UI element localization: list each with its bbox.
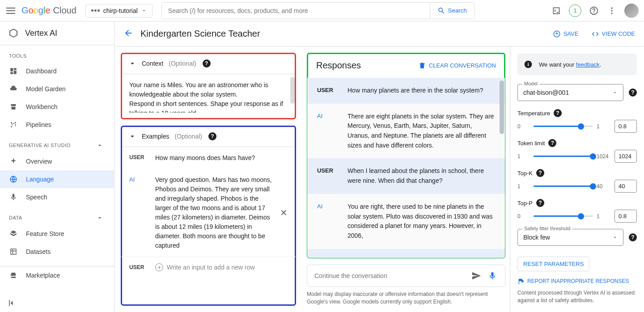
sidebar-product-title: Vertex AI bbox=[25, 29, 57, 38]
sidebar: Vertex AI TOOLS Dashboard Model Garden W… bbox=[0, 21, 114, 312]
message-row: AI There are eight planets in the solar … bbox=[307, 104, 505, 159]
flag-icon bbox=[517, 278, 525, 285]
sidebar-section-tools: TOOLS bbox=[0, 45, 114, 62]
conversation-area: USER How many planets are there in the s… bbox=[307, 78, 505, 258]
search-input[interactable] bbox=[162, 3, 430, 19]
trash-icon bbox=[418, 62, 426, 70]
chevron-down-icon bbox=[128, 59, 136, 67]
send-button[interactable] bbox=[471, 270, 482, 281]
example-text[interactable]: How many moons does Mars have? bbox=[155, 153, 288, 163]
sidebar-item-pipelines[interactable]: Pipelines bbox=[0, 116, 114, 134]
svg-text:i: i bbox=[527, 61, 529, 67]
report-inappropriate-link[interactable]: REPORT INAPPROPRIATE RESPONSES bbox=[517, 278, 637, 285]
send-icon bbox=[471, 271, 481, 281]
logo[interactable]: Google Cloud bbox=[21, 5, 76, 16]
back-button[interactable] bbox=[123, 28, 133, 39]
help-icon[interactable] bbox=[589, 5, 599, 16]
scrollbar-thumb[interactable] bbox=[500, 80, 504, 134]
content-header: Kindergarten Science Teacher SAVE VIEW C… bbox=[114, 21, 644, 46]
token-limit-help-icon[interactable]: ? bbox=[548, 139, 556, 147]
example-row: AI Very good question. Mars has two moon… bbox=[121, 169, 296, 257]
example-text[interactable]: Very good question. Mars has two moons, … bbox=[155, 175, 272, 250]
message-text: When I learned about the planets in scho… bbox=[347, 166, 495, 186]
sidebar-section-data[interactable]: DATA bbox=[0, 206, 114, 225]
more-vert-icon[interactable] bbox=[606, 5, 617, 16]
temperature-help-icon[interactable]: ? bbox=[554, 109, 562, 117]
example-row: USER How many moons does Mars have? bbox=[121, 147, 296, 169]
model-select[interactable]: Model chat-bison@001 bbox=[517, 84, 623, 101]
message-row: USER How many planets are there in the s… bbox=[307, 78, 505, 104]
message-row: AI You are right, there used to be nine … bbox=[307, 194, 505, 249]
feedback-text: We want your bbox=[539, 61, 576, 68]
nav-menu-button[interactable] bbox=[5, 5, 16, 16]
examples-optional-label: (Optional) bbox=[174, 133, 202, 140]
topp-help-icon[interactable]: ? bbox=[536, 199, 544, 207]
add-example-row[interactable]: + Write an input to add a new row bbox=[155, 263, 255, 271]
model-label: Model bbox=[522, 81, 539, 86]
vertex-ai-icon bbox=[8, 28, 19, 38]
save-icon bbox=[553, 30, 561, 38]
project-picker[interactable]: chirp-tutorial bbox=[85, 4, 153, 17]
sidebar-item-feature-store[interactable]: Feature Store bbox=[0, 225, 114, 243]
sidebar-item-dashboard[interactable]: Dashboard bbox=[0, 62, 114, 80]
temperature-value[interactable]: 0.8 bbox=[614, 120, 637, 133]
sidebar-item-workbench[interactable]: Workbench bbox=[0, 98, 114, 116]
example-role-ai: AI bbox=[129, 175, 147, 250]
scrollbar-thumb[interactable] bbox=[290, 77, 295, 104]
page-title: Kindergarten Science Teacher bbox=[140, 29, 260, 39]
topk-slider[interactable]: 1 40 bbox=[517, 183, 609, 190]
feedback-link[interactable]: feedback bbox=[576, 61, 600, 68]
chat-input[interactable] bbox=[314, 272, 466, 279]
topp-value[interactable]: 0.8 bbox=[614, 210, 637, 223]
sidebar-item-speech[interactable]: Speech bbox=[0, 188, 114, 206]
search-button[interactable]: Search bbox=[430, 3, 474, 19]
sidebar-item-language[interactable]: Language bbox=[0, 170, 114, 188]
model-help-icon[interactable]: ? bbox=[629, 89, 637, 97]
save-button[interactable]: SAVE bbox=[553, 30, 579, 38]
safety-filter-help-icon[interactable]: ? bbox=[629, 233, 637, 241]
message-role-ai: AI bbox=[317, 202, 337, 241]
examples-help-icon[interactable]: ? bbox=[208, 132, 216, 140]
topk-param: Top-K? 1 40 40 bbox=[517, 169, 637, 193]
temperature-param: Temperature? 0 1 0.8 bbox=[517, 109, 637, 133]
topk-help-icon[interactable]: ? bbox=[536, 169, 544, 177]
sidebar-item-marketplace[interactable]: Marketplace bbox=[0, 266, 114, 284]
collapse-sidebar-icon[interactable] bbox=[6, 298, 17, 308]
sidebar-item-datasets[interactable]: Datasets bbox=[0, 243, 114, 261]
reset-parameters-button[interactable]: RESET PARAMETERS bbox=[517, 257, 589, 271]
chevron-down-icon bbox=[128, 132, 136, 140]
avatar[interactable] bbox=[624, 4, 639, 18]
topbar: Google Cloud chirp-tutorial Search 1 bbox=[0, 0, 644, 21]
delete-example-icon[interactable]: ✕ bbox=[280, 207, 288, 218]
cloud-shell-icon[interactable] bbox=[551, 5, 562, 16]
context-text: Your name is Miles. You are an astronome… bbox=[129, 80, 288, 113]
caret-down-icon bbox=[612, 235, 618, 240]
examples-header[interactable]: Examples (Optional) ? bbox=[121, 126, 296, 147]
token-limit-slider[interactable]: 1 1024 bbox=[517, 153, 609, 160]
example-role-user: USER bbox=[129, 153, 147, 163]
context-help-icon[interactable]: ? bbox=[203, 59, 211, 67]
safety-filter-select[interactable]: Safety filter threshold Block few bbox=[517, 229, 623, 246]
clear-conversation-button[interactable]: CLEAR CONVERSATION bbox=[418, 62, 496, 70]
mic-button[interactable] bbox=[487, 270, 498, 281]
topp-slider[interactable]: 0 1 bbox=[517, 213, 609, 219]
example-role-user: USER bbox=[129, 263, 147, 271]
context-header[interactable]: Context (Optional) ? bbox=[121, 53, 296, 74]
sidebar-item-model-garden[interactable]: Model Garden bbox=[0, 80, 114, 98]
sidebar-item-overview[interactable]: Overview bbox=[0, 152, 114, 170]
context-body[interactable]: Your name is Miles. You are an astronome… bbox=[121, 74, 296, 119]
responses-column: Responses CLEAR CONVERSATION USER How ma… bbox=[302, 46, 510, 312]
svg-point-2 bbox=[611, 13, 612, 14]
token-limit-value[interactable]: 1024 bbox=[614, 150, 637, 163]
examples-panel: Examples (Optional) ? USER How many moon… bbox=[121, 126, 296, 306]
notifications-badge[interactable]: 1 bbox=[569, 4, 581, 17]
view-code-button[interactable]: VIEW CODE bbox=[591, 30, 635, 38]
message-text: There are eight planets in the solar sys… bbox=[347, 112, 495, 151]
sidebar-product-header[interactable]: Vertex AI bbox=[0, 21, 114, 45]
topk-value[interactable]: 40 bbox=[614, 180, 637, 193]
model-value: chat-bison@001 bbox=[523, 89, 569, 96]
settings-column: i We want your feedback. Model chat-biso… bbox=[510, 46, 644, 312]
sidebar-section-genai[interactable]: GENERATIVE AI STUDIO bbox=[0, 134, 114, 152]
svg-point-0 bbox=[611, 7, 612, 8]
temperature-slider[interactable]: 0 1 bbox=[517, 123, 609, 130]
